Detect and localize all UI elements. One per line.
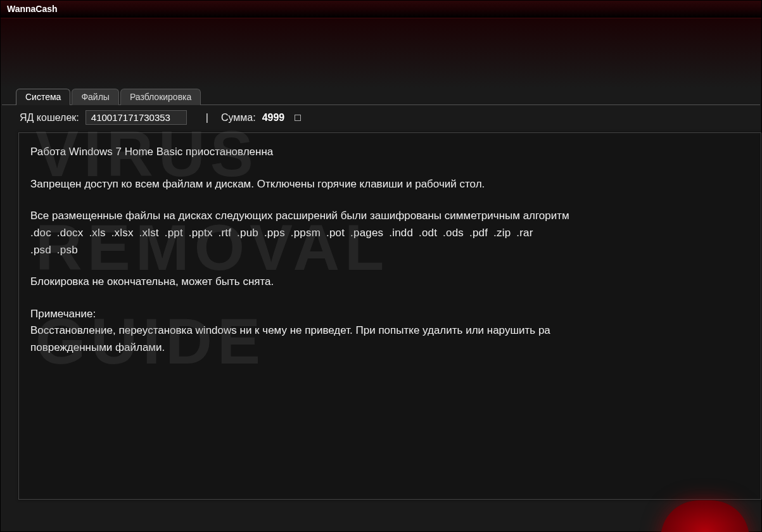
sum-value: 4999 [262,112,285,124]
message-line-note-body-1: Восстановление, переустановка windows ни… [30,323,749,339]
ransom-message-box: Работа Windows 7 Home Basic приостановле… [18,132,761,500]
message-line-access: Запрещен доступ ко всем файлам и дискам.… [30,177,749,193]
tab-unlock[interactable]: Разблокировка [120,89,201,105]
message-line-extensions-1: .doc .docx .xls .xlsx .xlst .ppt .pptx .… [30,225,749,241]
header-banner-space [1,18,761,88]
message-line-encrypt-intro: Все размещенные файлы на дисках следующи… [30,208,749,224]
tabs-row: Система Файлы Разблокировка [1,88,761,104]
message-line-note-body-2: поврежденными файлами. [30,340,749,356]
wallet-label: ЯД кошелек: [20,112,79,124]
window-frame: WannaCash Система Файлы Разблокировка ЯД… [0,0,762,532]
message-line-title: Работа Windows 7 Home Basic приостановле… [30,144,749,160]
info-row: ЯД кошелек: | Сумма: 4999 [2,104,760,130]
message-line-unlockable: Блокировка не окончательна, может быть с… [30,274,749,290]
decorative-red-shape [661,500,749,532]
message-line-extensions-2: .psd .psb [30,243,749,258]
currency-box-icon [295,115,301,121]
tab-system[interactable]: Система [16,89,70,105]
divider-pipe: | [193,112,215,124]
tab-files[interactable]: Файлы [72,89,118,105]
sum-label: Сумма: [221,112,256,124]
wallet-input[interactable] [86,110,187,125]
window-title: WannaCash [7,4,58,14]
title-bar: WannaCash [1,1,761,18]
message-line-note-header: Примечание: [30,307,749,322]
